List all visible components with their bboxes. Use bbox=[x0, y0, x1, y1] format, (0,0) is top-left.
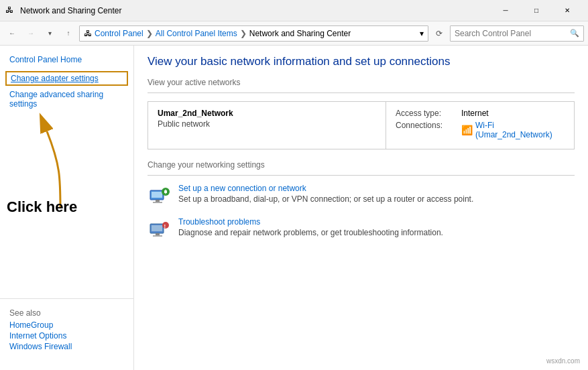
up-button[interactable]: ↑ bbox=[60, 25, 76, 42]
divider-1 bbox=[148, 92, 575, 93]
svg-rect-7 bbox=[166, 190, 166, 194]
access-type-row: Access type: Internet bbox=[396, 109, 565, 118]
network-type: Public network bbox=[158, 119, 376, 129]
window-controls: ─ □ ✕ bbox=[490, 0, 583, 21]
sidebar-home-link[interactable]: Control Panel Home bbox=[0, 54, 133, 66]
network-left: Umar_2nd_Network Public network bbox=[148, 102, 386, 149]
maximize-button[interactable]: □ bbox=[521, 0, 552, 21]
new-connection-svg bbox=[149, 185, 170, 206]
watermark: wsxdn.com bbox=[546, 357, 580, 365]
content-area: View your basic network information and … bbox=[134, 46, 588, 370]
troubleshoot-item: ! Troubleshoot problems Diagnose and rep… bbox=[148, 217, 575, 241]
click-here-text: Click here bbox=[7, 198, 77, 216]
main-layout: Control Panel Home Change adapter settin… bbox=[0, 46, 588, 370]
svg-rect-10 bbox=[156, 233, 160, 235]
addressbar: ← → ▾ ↑ 🖧 Control Panel ❯ All Control Pa… bbox=[0, 21, 588, 46]
forward-button[interactable]: → bbox=[23, 25, 39, 42]
new-connection-text: Set up a new connection or network Set u… bbox=[178, 184, 473, 204]
breadcrumb: 🖧 Control Panel ❯ All Control Panel Item… bbox=[79, 25, 428, 42]
breadcrumb-all-items[interactable]: All Control Panel Items bbox=[156, 29, 237, 38]
sidebar-inner: Control Panel Home Change adapter settin… bbox=[0, 54, 133, 362]
troubleshoot-svg: ! bbox=[149, 219, 170, 240]
close-button[interactable]: ✕ bbox=[552, 0, 583, 21]
access-type-value: Internet bbox=[461, 109, 489, 118]
titlebar: 🖧 Network and Sharing Center ─ □ ✕ bbox=[0, 0, 588, 21]
window-title: Network and Sharing Center bbox=[20, 6, 490, 15]
svg-rect-4 bbox=[153, 202, 162, 203]
network-info-box: Umar_2nd_Network Public network Access t… bbox=[148, 101, 575, 149]
new-connection-desc: Set up a broadband, dial-up, or VPN conn… bbox=[178, 194, 473, 204]
minimize-button[interactable]: ─ bbox=[490, 0, 521, 21]
troubleshoot-desc: Diagnose and repair network problems, or… bbox=[178, 228, 443, 237]
search-icon: 🔍 bbox=[570, 29, 583, 38]
divider-2 bbox=[148, 175, 575, 176]
network-name: Umar_2nd_Network bbox=[158, 109, 376, 118]
search-box: 🔍 bbox=[450, 25, 584, 42]
see-also-internet-options[interactable]: Internet Options bbox=[9, 331, 124, 341]
sidebar-top: Control Panel Home Change adapter settin… bbox=[0, 54, 133, 293]
troubleshoot-text: Troubleshoot problems Diagnose and repai… bbox=[178, 217, 443, 237]
networking-settings-label: Change your networking settings bbox=[148, 160, 575, 170]
connections-row: Connections: 📶 Wi-Fi (Umar_2nd_Network) bbox=[396, 121, 565, 139]
wifi-link[interactable]: 📶 Wi-Fi (Umar_2nd_Network) bbox=[461, 121, 565, 139]
settings-section: Set up a new connection or network Set u… bbox=[148, 184, 575, 241]
troubleshoot-link[interactable]: Troubleshoot problems bbox=[178, 217, 443, 227]
see-also-windows-firewall[interactable]: Windows Firewall bbox=[9, 342, 124, 351]
connections-label: Connections: bbox=[396, 121, 456, 139]
sidebar-change-adapter-link[interactable]: Change adapter settings bbox=[5, 71, 128, 86]
see-also-homegroup[interactable]: HomeGroup bbox=[9, 320, 124, 330]
breadcrumb-current: Network and Sharing Center bbox=[249, 29, 351, 38]
svg-rect-9 bbox=[152, 225, 162, 231]
troubleshoot-icon: ! bbox=[148, 217, 172, 241]
sidebar: Control Panel Home Change adapter settin… bbox=[0, 46, 134, 370]
wifi-name[interactable]: Wi-Fi (Umar_2nd_Network) bbox=[475, 121, 565, 139]
refresh-button[interactable]: ⟳ bbox=[431, 25, 447, 42]
svg-text:!: ! bbox=[164, 223, 166, 229]
access-type-label: Access type: bbox=[396, 109, 456, 118]
see-also-label: See also bbox=[9, 308, 124, 318]
network-right: Access type: Internet Connections: 📶 Wi-… bbox=[386, 102, 574, 149]
sidebar-advanced-sharing-link[interactable]: Change advanced sharing settings bbox=[0, 88, 133, 110]
svg-rect-2 bbox=[152, 192, 162, 198]
annotation-area: Change adapter settings Click here bbox=[0, 71, 133, 86]
breadcrumb-control-panel[interactable]: Control Panel bbox=[95, 29, 143, 38]
wifi-bars-icon: 📶 bbox=[461, 125, 473, 135]
svg-rect-11 bbox=[153, 235, 162, 237]
active-networks-label: View your active networks bbox=[148, 78, 575, 87]
search-input[interactable] bbox=[451, 29, 570, 38]
new-connection-icon bbox=[148, 184, 172, 208]
breadcrumb-icon: 🖧 bbox=[84, 29, 92, 38]
sidebar-links: Change adapter settings Click here bbox=[0, 71, 133, 110]
new-connection-item: Set up a new connection or network Set u… bbox=[148, 184, 575, 208]
new-connection-link[interactable]: Set up a new connection or network bbox=[178, 184, 473, 193]
see-also-section: See also HomeGroup Internet Options Wind… bbox=[0, 298, 133, 362]
sidebar-bottom: See also HomeGroup Internet Options Wind… bbox=[0, 293, 133, 362]
arrow-annotation bbox=[7, 111, 114, 219]
app-icon: 🖧 bbox=[5, 5, 16, 16]
page-title: View your basic network information and … bbox=[148, 55, 575, 68]
recent-button[interactable]: ▾ bbox=[42, 25, 58, 42]
back-button[interactable]: ← bbox=[4, 25, 20, 42]
svg-rect-3 bbox=[156, 200, 160, 202]
